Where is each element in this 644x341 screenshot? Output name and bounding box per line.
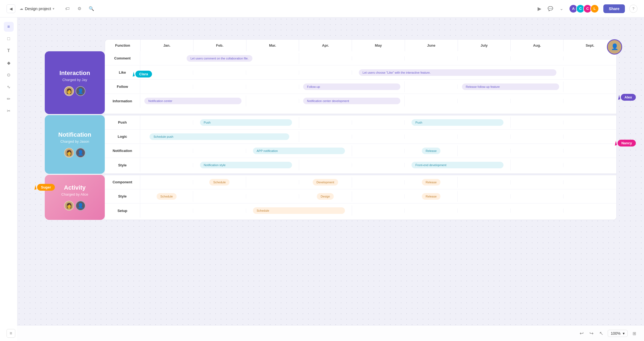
cell-empty bbox=[140, 208, 193, 213]
activity-section: Activity Charged by Alice 👩 👤 Component … bbox=[45, 175, 617, 220]
redo-icon[interactable]: ↪ bbox=[588, 330, 595, 337]
header-apr: Apr. bbox=[299, 40, 352, 51]
cell-comp-schedule: Schedule bbox=[193, 177, 246, 188]
cell-empty bbox=[246, 180, 299, 184]
play-icon[interactable]: ▶ bbox=[536, 5, 543, 12]
cursor-clara-label: Clara bbox=[135, 71, 152, 77]
cell-push-2: Push bbox=[405, 117, 511, 128]
cell-empty bbox=[299, 134, 352, 139]
pointer-icon[interactable]: ↖ bbox=[598, 330, 604, 337]
cell-empty bbox=[299, 120, 352, 125]
row-follow: Follow Follow-up Release follow-up featu… bbox=[105, 80, 616, 94]
header-feb: Feb. bbox=[193, 40, 246, 51]
interaction-card: Interaction Charged by Jay 👩 👤 bbox=[45, 51, 105, 114]
pill-comp-release: Release bbox=[422, 179, 440, 186]
tag-icon[interactable]: 🏷 bbox=[64, 5, 71, 12]
header-june: June bbox=[405, 40, 458, 51]
row-push: Push Push Push bbox=[105, 115, 616, 130]
sidebar-tool-scissors[interactable]: ✂ bbox=[4, 106, 14, 116]
cell-info-2: Notification center development bbox=[299, 95, 405, 106]
pill-setup-schedule: Schedule bbox=[253, 207, 345, 214]
zoom-control[interactable]: 100% ▾ bbox=[608, 330, 628, 337]
label-style-notif: Style bbox=[105, 158, 140, 172]
label-follow: Follow bbox=[105, 80, 140, 94]
sidebar-tool-menu[interactable]: ≡ bbox=[4, 22, 14, 32]
cell-empty bbox=[563, 99, 616, 103]
row-information: Information Notification center Notifica… bbox=[105, 94, 616, 108]
label-comment: Comment bbox=[105, 51, 140, 65]
cell-info-1: Notification center bbox=[140, 95, 246, 106]
pill-info-1: Notification center bbox=[144, 98, 241, 104]
cell-empty bbox=[193, 85, 246, 89]
cell-empty bbox=[563, 163, 616, 167]
cell-empty bbox=[563, 208, 616, 213]
cell-empty bbox=[511, 194, 563, 199]
cell-empty bbox=[405, 85, 458, 89]
activity-avatar-2: 👤 bbox=[76, 201, 85, 211]
sidebar-tool-sticky[interactable]: ◆ bbox=[4, 58, 14, 68]
avatar-group: A C C L bbox=[569, 4, 599, 13]
cell-empty bbox=[458, 194, 511, 199]
bottom-bar: ≡ ↩ ↪ ↖ 100% ▾ ⊞ bbox=[0, 326, 644, 341]
pill-notif-style: Notification style bbox=[200, 162, 292, 168]
map-icon[interactable]: ⊞ bbox=[631, 330, 637, 337]
main-table-area: Function Jan. Feb. Mar. Apr. May June Ju… bbox=[45, 39, 617, 220]
cell-frontend: Front-end development bbox=[405, 160, 511, 170]
sidebar-tool-components[interactable]: ⊙ bbox=[4, 70, 14, 80]
undo-icon[interactable]: ↩ bbox=[578, 330, 585, 337]
cell-empty bbox=[193, 194, 246, 199]
topbar-icons: 🏷 ⚙ 🔍 bbox=[64, 5, 95, 12]
cursor-alex-label: Alex bbox=[621, 94, 636, 101]
cell-empty bbox=[405, 99, 458, 103]
row-notification: Notification APP notification Release bbox=[105, 144, 616, 158]
activity-card: Activity Charged by Alice 👩 👤 bbox=[45, 175, 105, 220]
activity-avatars: 👩 👤 bbox=[64, 201, 85, 211]
row-style-activity: Style Schedule Design Release bbox=[105, 189, 616, 204]
help-button[interactable]: ? bbox=[629, 5, 637, 13]
label-notification: Notification bbox=[105, 144, 140, 158]
notification-title: Notification bbox=[58, 131, 91, 138]
topbar-right: ▶ 💬 ⌄ A C C L Share ? bbox=[536, 4, 637, 13]
cell-empty bbox=[458, 149, 511, 153]
pill-frontend: Front-end development bbox=[412, 162, 503, 168]
project-name[interactable]: ☁ Design project ▾ bbox=[20, 6, 54, 11]
topbar-action-icons: ▶ 💬 ⌄ bbox=[536, 5, 565, 12]
topbar: ◀ ☁ Design project ▾ 🏷 ⚙ 🔍 ▶ 💬 ⌄ A C C L… bbox=[0, 0, 644, 17]
cell-empty bbox=[352, 120, 405, 125]
cell-empty bbox=[299, 56, 352, 61]
cell-follow-2: Release follow-up feature bbox=[458, 81, 563, 92]
search-icon[interactable]: 🔍 bbox=[88, 5, 95, 12]
cell-empty bbox=[140, 180, 193, 184]
cell-empty bbox=[246, 70, 299, 75]
settings-icon[interactable]: ⚙ bbox=[76, 5, 83, 12]
pill-like: Let users choose "Like" with the interac… bbox=[359, 69, 556, 76]
sidebar-tool-pencil[interactable]: ✏ bbox=[4, 94, 14, 104]
bottom-list-icon[interactable]: ≡ bbox=[7, 329, 15, 338]
cell-release-notif: Release bbox=[405, 145, 458, 156]
comment-icon[interactable]: 💬 bbox=[547, 5, 554, 12]
cell-empty bbox=[458, 180, 511, 184]
row-component: Component Schedule Development Release bbox=[105, 175, 616, 189]
sidebar-tool-text[interactable]: T bbox=[4, 46, 14, 56]
cell-setup-schedule: Schedule bbox=[246, 205, 352, 216]
cell-empty bbox=[193, 70, 246, 75]
more-icon[interactable]: ⌄ bbox=[558, 5, 565, 12]
cursor-alex: Alex bbox=[618, 94, 636, 101]
pill-release-notif: Release bbox=[422, 148, 440, 154]
cell-empty bbox=[405, 56, 458, 61]
share-button[interactable]: Share bbox=[603, 4, 625, 13]
sidebar-tool-select[interactable]: □ bbox=[4, 34, 14, 44]
header-aug: Aug. bbox=[511, 40, 563, 51]
notif-avatar-1: 👩 bbox=[64, 148, 74, 158]
cell-empty bbox=[352, 180, 405, 184]
cell-empty bbox=[511, 120, 563, 125]
cell-app-notif: APP notification bbox=[246, 145, 352, 156]
activity-subtitle: Charged by Alice bbox=[61, 192, 88, 196]
row-logic: Logic Schedule push bbox=[105, 130, 616, 144]
row-style-notif: Style Notification style Front-end devel… bbox=[105, 158, 616, 172]
sidebar-tool-pen[interactable]: ∿ bbox=[4, 82, 14, 92]
cell-empty bbox=[299, 163, 352, 167]
row-like: Like Let users choose "Like" with the in… bbox=[105, 65, 616, 80]
label-setup: Setup bbox=[105, 204, 140, 218]
back-button[interactable]: ◀ bbox=[7, 4, 15, 13]
